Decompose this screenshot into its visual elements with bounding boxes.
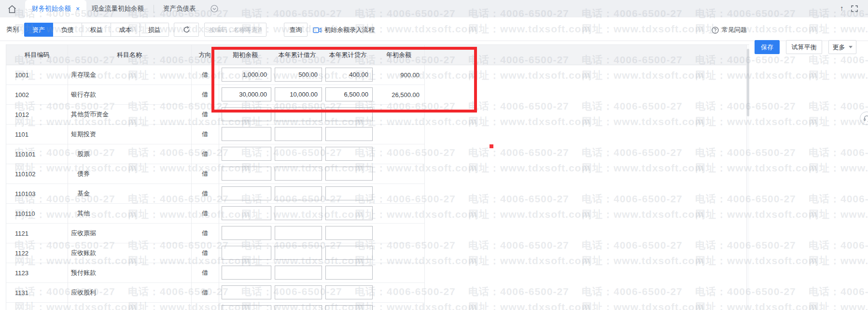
ytd-debit-input[interactable] [275, 87, 322, 101]
caret-down-icon [849, 46, 853, 48]
ytd-debit-input[interactable] [275, 226, 322, 240]
accounts-table: 科目编码 科目名称 方向 期初余额 本年累计借方 本年累计贷方 年初余额 100… [6, 44, 749, 310]
ytd-credit-input[interactable] [325, 68, 373, 82]
watermark-site: 网址：www.tdxsoft.com [809, 300, 868, 310]
initial-balance-process-link[interactable]: 初始余额录入流程 [313, 26, 375, 34]
ytd-credit-input[interactable] [325, 127, 373, 141]
ytd-credit-input[interactable] [325, 305, 373, 310]
chevron-down-circle-icon[interactable] [210, 5, 218, 13]
balance-direction: 借 [191, 243, 219, 263]
col-header-year-begin-balance: 年初余额 [373, 45, 424, 65]
account-name: 基金 [68, 184, 191, 203]
category-assets[interactable]: 资产 [24, 23, 53, 37]
account-code: 1101 [6, 125, 68, 144]
close-icon[interactable]: × [76, 5, 80, 13]
ytd-credit-input[interactable] [325, 87, 373, 101]
ytd-credit-input[interactable] [325, 147, 373, 161]
watermark-site: 网址：www.tdxsoft.com [809, 115, 868, 128]
ytd-credit-input[interactable] [325, 167, 373, 181]
grid-line [191, 45, 192, 310]
account-code: 1002 [6, 85, 68, 104]
more-button[interactable]: 更多 [828, 40, 856, 54]
opening-balance-input[interactable] [222, 226, 271, 240]
watermark-phone: 电话：4006-6500-27 [809, 285, 868, 298]
account-name: 库存现金 [68, 65, 191, 85]
account-code: 1122 [6, 243, 68, 263]
year-begin-balance [373, 105, 424, 124]
table-row: 110101股票借 [6, 144, 424, 164]
save-button[interactable]: 保存 [755, 40, 780, 54]
category-equity[interactable]: 权益 [82, 23, 111, 37]
ytd-credit-input[interactable] [325, 226, 373, 240]
opening-balance-input[interactable] [222, 285, 271, 299]
ytd-credit-input[interactable] [325, 285, 373, 299]
ytd-debit-input[interactable] [275, 127, 322, 141]
category-profit-loss[interactable]: 损益 [140, 23, 169, 37]
tab-financial-initial-balance[interactable]: 财务初始余额 × [25, 0, 86, 17]
ytd-debit-input[interactable] [275, 246, 322, 260]
search-button[interactable]: 查询 [284, 23, 308, 37]
ytd-credit-input[interactable] [325, 246, 373, 260]
balance-direction: 借 [191, 85, 219, 104]
opening-balance-input[interactable] [222, 206, 271, 220]
account-name: 短期投资 [68, 125, 191, 144]
ytd-debit-input[interactable] [275, 266, 322, 280]
ytd-credit-input[interactable] [325, 107, 373, 121]
grid-line [68, 45, 68, 310]
opening-balance-input[interactable] [222, 147, 271, 161]
ytd-debit-input[interactable] [275, 186, 322, 200]
search-input[interactable] [204, 23, 266, 37]
ytd-credit-input[interactable] [325, 266, 373, 280]
account-code: 1012 [6, 105, 68, 124]
category-cost[interactable]: 成本 [111, 23, 140, 37]
ytd-credit-input[interactable] [325, 206, 373, 220]
vertical-scrollbar-thumb[interactable] [747, 49, 749, 116]
balance-direction: 借 [191, 164, 219, 183]
ytd-debit-input[interactable] [275, 305, 322, 310]
fullscreen-icon[interactable] [851, 5, 858, 12]
tab-cashflow-initial-balance[interactable]: 现金流量初始余额 [92, 0, 144, 17]
opening-balance-input[interactable] [222, 68, 271, 82]
ytd-debit-input[interactable] [275, 285, 322, 299]
year-begin-balance [373, 125, 424, 144]
account-code [6, 303, 68, 310]
balance-direction: 借 [191, 184, 219, 203]
question-circle-icon [712, 27, 719, 34]
opening-balance-input[interactable] [222, 127, 271, 141]
opening-balance-input[interactable] [222, 167, 271, 181]
opening-balance-input[interactable] [222, 87, 271, 101]
table-row: 1012其他货币资金借 [6, 105, 424, 125]
table-row: 1122应收账款借 [6, 243, 424, 263]
customer-service-bubble[interactable] [860, 112, 868, 125]
category-liabilities[interactable]: 负债 [53, 23, 82, 37]
ytd-debit-input[interactable] [275, 107, 322, 121]
opening-balance-input[interactable] [222, 186, 271, 200]
opening-balance-input[interactable] [222, 305, 271, 310]
ytd-debit-input[interactable] [275, 167, 322, 181]
faq-link[interactable]: 常见问题 [712, 26, 747, 34]
video-camera-icon [313, 27, 322, 33]
scroll-top-icon[interactable]: ↑ [840, 4, 844, 12]
balance-direction [191, 303, 219, 310]
trial-balance-button[interactable]: 试算平衡 [786, 40, 822, 54]
account-name: 预付账款 [68, 263, 191, 282]
ytd-debit-input[interactable] [275, 147, 322, 161]
year-begin-balance: 900.00 [373, 65, 424, 85]
watermark-site: 网址：www.tdxsoft.com [809, 69, 868, 82]
balance-direction: 借 [191, 125, 219, 144]
ytd-debit-input[interactable] [275, 206, 322, 220]
ytd-credit-input[interactable] [325, 186, 373, 200]
ytd-debit-input[interactable] [275, 68, 322, 82]
account-name: 应收账款 [68, 243, 191, 263]
tab-balance-sheet[interactable]: 资产负债表 [163, 0, 196, 17]
refresh-button[interactable] [174, 23, 199, 37]
opening-balance-input[interactable] [222, 266, 271, 280]
account-code: 110103 [6, 184, 68, 203]
opening-balance-input[interactable] [222, 107, 271, 121]
balance-direction: 借 [191, 224, 219, 243]
opening-balance-input[interactable] [222, 246, 271, 260]
account-name: 应收股利 [68, 283, 191, 302]
grid-line [424, 45, 425, 310]
home-icon[interactable] [7, 4, 17, 14]
watermark-phone: 电话：4006-6500-27 [809, 192, 868, 206]
